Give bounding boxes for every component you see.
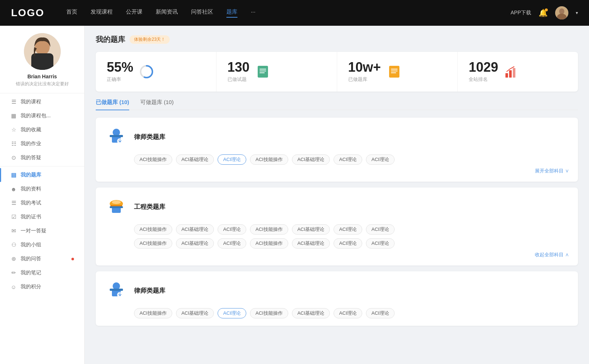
qbank-tag[interactable]: ACI技能操作 — [134, 154, 172, 165]
stat-done-banks-value: 10w+ — [348, 61, 381, 74]
qbank-tags-engineer-row2: ACI技能操作 ACI基础理论 ACI理论 ACI技能操作 ACI基础理论 AC… — [134, 238, 569, 249]
qbank-tag[interactable]: ACI理论 — [334, 224, 362, 235]
sidebar-divider-1 — [0, 93, 84, 93]
sidebar-item-certificate[interactable]: ☑ 我的证书 — [0, 210, 84, 224]
qbank-tag[interactable]: ACI理论 — [218, 224, 246, 235]
qbank-tag[interactable]: ACI理论 — [334, 238, 362, 249]
qbank-tag[interactable]: ACI基础理论 — [176, 308, 214, 318]
sidebar-item-my-questions[interactable]: ⊛ 我的问答 — [0, 252, 84, 266]
qbank-tag[interactable]: ACI基础理论 — [176, 154, 214, 165]
nav-more[interactable]: ··· — [251, 8, 255, 18]
sidebar-item-course-package[interactable]: ▦ 我的课程包... — [0, 109, 84, 123]
qbank-card-header-lawyer-2: 律师类题库 — [105, 279, 569, 302]
sidebar-item-question-bank-label: 我的题库 — [21, 172, 74, 178]
stat-done-questions-label: 已做试题 — [228, 76, 250, 83]
qbank-tag[interactable]: ACI理论 — [366, 154, 395, 165]
sidebar-item-course-label: 我的课程 — [21, 99, 74, 105]
tutor-qa-icon: ✉ — [10, 228, 17, 234]
qbank-tag[interactable]: ACI基础理论 — [292, 308, 330, 318]
sidebar-item-questions[interactable]: ⊙ 我的答疑 — [0, 151, 84, 165]
stat-done-banks-text: 10w+ 已做题库 — [348, 61, 381, 83]
qbank-card-lawyer-2: 律师类题库 ACI技能操作 ACI基础理论 ACI理论 ACI技能操作 ACI基… — [96, 271, 578, 326]
svg-rect-12 — [260, 72, 265, 73]
stat-done-banks-label: 已做题库 — [348, 76, 381, 83]
qbank-tags-engineer-row1: ACI技能操作 ACI基础理论 ACI理论 ACI技能操作 ACI基础理论 AC… — [134, 224, 569, 235]
qbank-tag[interactable]: ACI理论 — [366, 224, 395, 235]
sidebar-item-notes[interactable]: ✏ 我的笔记 — [0, 266, 84, 280]
qbank-tag[interactable]: ACI技能操作 — [134, 308, 172, 318]
qbank-tag[interactable]: ACI技能操作 — [250, 224, 288, 235]
engineer-icon — [105, 195, 128, 218]
sidebar-item-favorites[interactable]: ☆ 我的收藏 — [0, 123, 84, 137]
nav-open-course[interactable]: 公开课 — [126, 8, 142, 18]
tab-available-banks[interactable]: 可做题库 (10) — [140, 99, 174, 110]
nav-question-bank[interactable]: 题库 — [226, 8, 237, 18]
course-package-icon: ▦ — [10, 113, 17, 119]
sidebar-item-points[interactable]: ☺ 我的积分 — [0, 280, 84, 294]
lawyer-icon-1 — [105, 125, 128, 149]
qbank-tag[interactable]: ACI理论 — [334, 154, 362, 165]
stat-rank-label: 全站排名 — [469, 76, 498, 83]
sidebar-item-group[interactable]: ⚇ 我的小组 — [0, 238, 84, 252]
qbank-tag[interactable]: ACI基础理论 — [176, 224, 214, 235]
qbank-tag[interactable]: ACI理论 — [334, 308, 362, 318]
qbank-card-header-lawyer-1: 律师类题库 — [105, 125, 569, 149]
stats-row: 55% 正确率 130 已做试题 — [96, 52, 578, 92]
qbank-tag[interactable]: ACI技能操作 — [250, 238, 288, 249]
qbank-card-engineer: 工程类题库 ACI技能操作 ACI基础理论 ACI理论 ACI技能操作 ACI基… — [96, 188, 578, 265]
qbank-tag-highlighted[interactable]: ACI理论 — [218, 154, 246, 165]
qbank-tag[interactable]: ACI技能操作 — [250, 154, 288, 165]
svg-rect-9 — [258, 66, 268, 78]
qbank-tag[interactable]: ACI技能操作 — [134, 224, 172, 235]
qbank-tag[interactable]: ACI理论 — [218, 238, 246, 249]
lawyer-icon-2 — [105, 279, 128, 302]
qbank-card-header-engineer: 工程类题库 — [105, 195, 569, 218]
notes-icon: ✏ — [10, 270, 17, 276]
user-menu-chevron[interactable]: ▾ — [576, 10, 578, 15]
svg-rect-28 — [110, 206, 123, 208]
qbank-tag[interactable]: ACI理论 — [366, 308, 395, 318]
question-bank-icon: ▤ — [10, 172, 17, 178]
qbank-tag[interactable]: ACI基础理论 — [292, 238, 330, 249]
sidebar: Brian Harris 错误的决定比没有决定要好 ☰ 我的课程 ▦ 我的课程包… — [0, 26, 85, 364]
qbank-tag[interactable]: ACI基础理论 — [292, 154, 330, 165]
sidebar-item-question-bank[interactable]: ▤ 我的题库 — [0, 168, 84, 182]
tab-done-banks[interactable]: 已做题库 (10) — [96, 99, 129, 110]
qbank-tag[interactable]: ACI技能操作 — [134, 238, 172, 249]
svg-rect-22 — [110, 135, 123, 137]
svg-rect-13 — [389, 66, 399, 78]
nav-qa[interactable]: 问答社区 — [191, 8, 213, 18]
qbank-tags-lawyer-2: ACI技能操作 ACI基础理论 ACI理论 ACI技能操作 ACI基础理论 AC… — [134, 308, 569, 318]
qbank-expand-engineer[interactable]: 收起全部科目 ∧ — [105, 251, 569, 258]
questions-icon: ⊙ — [10, 154, 17, 161]
group-icon: ⚇ — [10, 242, 17, 248]
notification-bell[interactable]: 🔔 — [539, 8, 548, 17]
nav-discover[interactable]: 发现课程 — [91, 8, 113, 18]
sidebar-item-profile-label: 我的资料 — [21, 186, 74, 192]
qbank-tag[interactable]: ACI基础理论 — [176, 238, 214, 249]
exam-icon: ☰ — [10, 200, 17, 206]
sidebar-item-profile[interactable]: ☻ 我的资料 — [0, 182, 84, 196]
qbank-tag[interactable]: ACI技能操作 — [250, 308, 288, 318]
sidebar-item-exam[interactable]: ☰ 我的考试 — [0, 196, 84, 210]
logo: LOGO — [11, 7, 44, 19]
app-download-button[interactable]: APP下载 — [511, 10, 531, 16]
stat-accuracy-label: 正确率 — [107, 76, 133, 83]
qbank-tag[interactable]: ACI理论 — [366, 238, 395, 249]
qbank-tag-highlighted[interactable]: ACI理论 — [218, 308, 246, 318]
nav-home[interactable]: 首页 — [66, 8, 77, 18]
sidebar-item-favorites-label: 我的收藏 — [21, 126, 74, 133]
sidebar-item-homework[interactable]: ☷ 我的作业 — [0, 137, 84, 151]
avatar[interactable] — [555, 6, 568, 19]
layout: Brian Harris 错误的决定比没有决定要好 ☰ 我的课程 ▦ 我的课程包… — [0, 26, 589, 364]
sidebar-item-course-package-label: 我的课程包... — [21, 113, 74, 119]
sidebar-item-notes-label: 我的笔记 — [21, 270, 74, 276]
sidebar-item-tutor-qa[interactable]: ✉ 一对一答疑 — [0, 224, 84, 238]
qbank-expand-lawyer-1[interactable]: 展开全部科目 ∨ — [105, 168, 569, 174]
svg-rect-17 — [505, 73, 508, 78]
sidebar-item-course[interactable]: ☰ 我的课程 — [0, 95, 84, 109]
qbank-tag[interactable]: ACI基础理论 — [292, 224, 330, 235]
nav-news[interactable]: 新闻资讯 — [156, 8, 178, 18]
stat-rank-text: 1029 全站排名 — [469, 61, 498, 83]
sidebar-avatar[interactable] — [24, 33, 61, 70]
